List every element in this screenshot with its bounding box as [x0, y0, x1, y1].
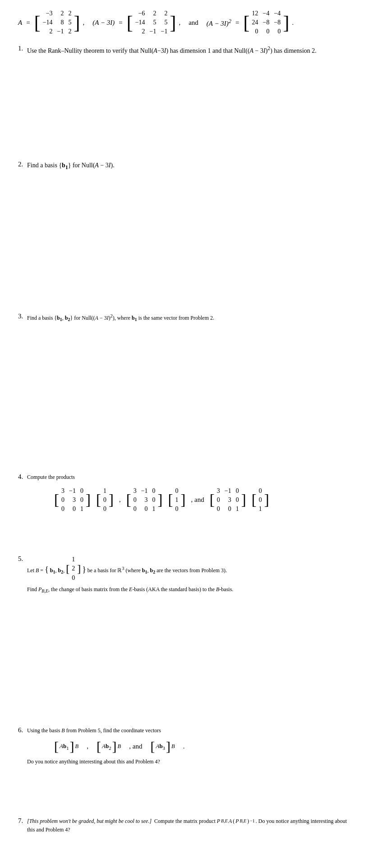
problem-5-subtext: Find PB,E, the change of basis matrix fr… [27, 585, 350, 595]
bl1: [ [54, 492, 59, 507]
products-row: [ 3−10 030 001 ] [ 1 0 0 ] [54, 487, 350, 514]
br1: ] [86, 492, 91, 507]
matrix-A3I-expr: (A − 3I) = [ −622 −1455 2−1−1 ] , [92, 9, 180, 37]
prod1-left-matrix: [ 3−10 030 001 ] [54, 487, 91, 514]
A-label: A [18, 19, 22, 27]
br6: ] [181, 492, 186, 507]
prod3-right-table: 0 0 1 [257, 487, 264, 514]
and-prod: , and [191, 496, 204, 504]
prod2-left-matrix: [ 3−10 030 001 ] [126, 487, 163, 514]
prod1-right-table: 1 0 0 [101, 487, 109, 514]
spacer-5 [27, 595, 350, 721]
matrix-A3I2-expr: (A − 3I)2 = [ 12−4−4 24−8−8 000 ] . [207, 9, 294, 37]
prod3-left-table: 3−10 030 001 [215, 487, 241, 514]
problem-5-text: Let B = { b1, b2, [ 1 2 0 ] } be a basis… [27, 555, 350, 583]
problem-1: Use the Rank–Nullity theorem to verify t… [18, 45, 350, 155]
period-c: . [183, 743, 185, 750]
bracket-left-A: [ [34, 13, 41, 32]
problem-7-text: [This problem won't be graded, but might… [27, 817, 350, 834]
problem-3-text: Find a basis {b1, b2} for Null((A − 3I)2… [27, 312, 350, 323]
comma-c1: , [87, 743, 88, 750]
period: . [292, 19, 294, 27]
bl2: [ [96, 492, 101, 507]
coord-Ab1: [ Ab1 ] B [54, 739, 78, 754]
bl5: [ [168, 492, 173, 507]
spacer-3 [27, 323, 350, 468]
eq2: = [119, 19, 122, 27]
problem-6-question: Do you notice anything interesting about… [27, 758, 350, 766]
comma1: , [83, 19, 84, 27]
matrix-A3I-table: −622 −1455 2−1−1 [133, 9, 170, 37]
prod1-right-matrix: [ 1 0 0 ] [96, 487, 114, 514]
coord-row: [ Ab1 ] B , [ Ab2 ] B , and [ Ab3 ] B . [54, 739, 350, 754]
matrix-A-table: −322 −1485 2−12 [41, 9, 74, 37]
bracket-right-A3I2: ] [283, 13, 289, 32]
coord-Ab3: [ Ab3 ] B [150, 739, 175, 754]
matrix-A: [ −322 −1485 2−12 ] [34, 9, 80, 37]
coord-Ab2: [ Ab2 ] B [97, 739, 121, 754]
top-equation-row: A = [ −322 −1485 2−12 ] , (A − 3I) = [ −… [18, 9, 350, 37]
prod2-left-table: 3−10 030 001 [131, 487, 158, 514]
bl9: [ [252, 492, 257, 507]
matrix-A3I2: [ 12−4−4 24−8−8 000 ] [244, 9, 290, 37]
eq3: = [235, 19, 239, 27]
br4: ] [158, 492, 163, 507]
spacer-2 [27, 172, 350, 271]
problem-2: Find a basis {b1} for Null(A − 3I). [18, 161, 350, 307]
bl7: [ [210, 492, 215, 507]
bracket-left-A3I2: [ [244, 13, 250, 32]
spacer-4 [27, 514, 350, 550]
matrix-A3I2-table: 12−4−4 24−8−8 000 [250, 9, 283, 37]
problem-2-text: Find a basis {b1} for Null(A − 3I). [27, 161, 350, 172]
prod3-left-matrix: [ 3−10 030 001 ] [210, 487, 246, 514]
eq1: = [26, 19, 30, 27]
comma-prod1: , [119, 496, 121, 504]
problem-5: Let B = { b1, b2, [ 1 2 0 ] } be a basis… [18, 555, 350, 721]
problem-6-text: Using the basis B from Problem 5, find t… [27, 726, 350, 735]
problem-4-text: Compute the products [27, 473, 350, 482]
problem-7: [This problem won't be graded, but might… [18, 817, 350, 834]
bracket-right-A: ] [74, 13, 80, 32]
comma-c2: , and [129, 743, 142, 750]
problem-list: Use the Rank–Nullity theorem to verify t… [18, 45, 350, 834]
bracket-left-A3I: [ [127, 13, 133, 32]
br8: ] [241, 492, 246, 507]
matrix-A3I: [ −622 −1455 2−1−1 ] [127, 9, 176, 37]
products-section: [ 3−10 030 001 ] [ 1 0 0 ] [27, 487, 350, 514]
problem-4: Compute the products [ 3−10 030 001 ] [ [18, 473, 350, 550]
comma2: , [179, 19, 180, 27]
matrix-A-expr: A = [ −322 −1485 2−12 ] , [18, 9, 84, 37]
bl3: [ [126, 492, 131, 507]
prod2-right-matrix: [ 0 1 0 ] [168, 487, 186, 514]
spacer-6 [27, 767, 350, 812]
problem-1-text: Use the Rank–Nullity theorem to verify t… [27, 45, 350, 56]
br10: ] [264, 492, 269, 507]
prod1-left-table: 3−10 030 001 [59, 487, 86, 514]
problem-3: Find a basis {b1, b2} for Null((A − 3I)2… [18, 312, 350, 468]
problem-6: Using the basis B from Problem 5, find t… [18, 726, 350, 811]
A3I2-label: (A − 3I)2 [207, 18, 231, 28]
A3I-label: (A − 3I) [92, 19, 115, 27]
prod2-right-table: 0 1 0 [173, 487, 181, 514]
and-word: and [189, 19, 198, 27]
prod3-right-matrix: [ 0 0 1 ] [252, 487, 269, 514]
bracket-right-A3I: ] [170, 13, 176, 32]
br3: ] [109, 492, 114, 507]
spacer-1 [27, 56, 350, 155]
